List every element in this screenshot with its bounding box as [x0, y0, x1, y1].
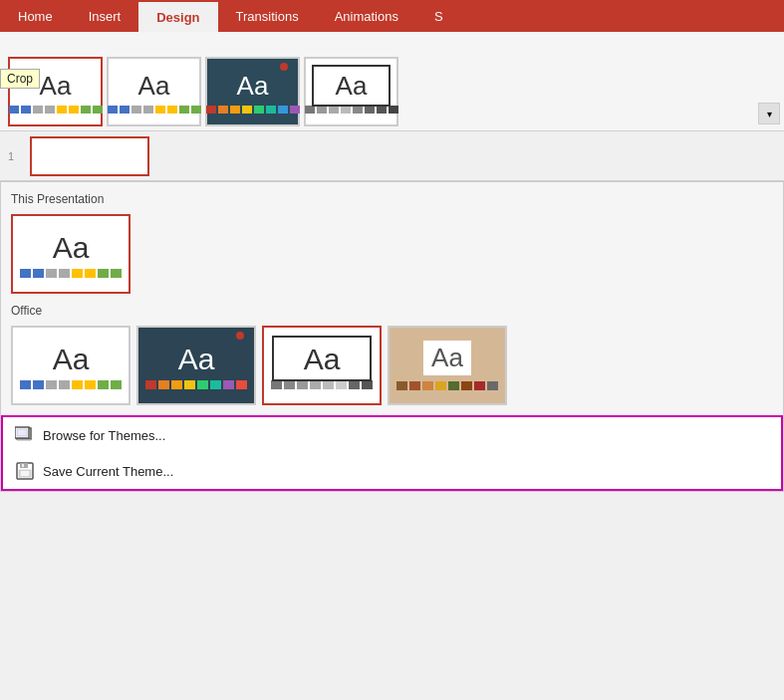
themes-dropdown-arrow[interactable]: ▾ — [758, 103, 780, 124]
office-themes-grid: Aa Aa — [11, 326, 773, 405]
tab-more[interactable]: S — [416, 0, 461, 32]
ribbon-theme-4[interactable]: Aa — [304, 57, 398, 126]
this-presentation-label: This Presentation — [11, 192, 773, 206]
action-buttons-container: Browse for Themes... Save Current Theme.… — [1, 415, 783, 491]
ribbon-theme-1[interactable]: Aa — [8, 57, 103, 126]
office-theme-1[interactable]: Aa — [11, 326, 131, 405]
ribbon-theme-3[interactable]: Aa — [205, 57, 300, 126]
themes-dropdown-panel: This Presentation Aa Off — [0, 181, 784, 492]
browse-themes-button[interactable]: Browse for Themes... — [3, 417, 781, 453]
save-icon — [15, 461, 35, 481]
office-section: Office Aa — [11, 304, 773, 405]
pres-theme-1[interactable]: Aa — [11, 214, 131, 294]
svg-rect-4 — [17, 429, 27, 436]
ribbon: Home Insert Design Transitions Animation… — [0, 0, 784, 131]
tab-animations[interactable]: Animations — [317, 0, 416, 32]
tab-home[interactable]: Home — [0, 0, 71, 32]
svg-rect-9 — [22, 464, 24, 467]
browse-icon — [15, 425, 35, 445]
tab-insert[interactable]: Insert — [71, 0, 139, 32]
this-presentation-grid: Aa — [11, 214, 773, 294]
svg-rect-8 — [21, 471, 29, 476]
svg-rect-2 — [17, 439, 31, 441]
ribbon-content: Crop Aa Aa — [0, 32, 784, 131]
slide-thumbnail[interactable] — [30, 136, 149, 176]
office-label: Office — [11, 304, 773, 318]
ribbon-tab-bar: Home Insert Design Transitions Animation… — [0, 0, 784, 32]
ribbon-theme-2[interactable]: Aa — [107, 57, 201, 126]
tab-design[interactable]: Design — [138, 0, 217, 32]
office-theme-3[interactable]: Aa — [262, 326, 382, 405]
office-theme-4[interactable]: Aa — [388, 326, 507, 405]
save-theme-button[interactable]: Save Current Theme... — [3, 453, 781, 489]
office-theme-2[interactable]: Aa — [136, 326, 256, 405]
crop-tooltip: Crop — [0, 69, 40, 89]
tab-transitions[interactable]: Transitions — [218, 0, 317, 32]
slide-strip: 1 — [0, 131, 784, 181]
